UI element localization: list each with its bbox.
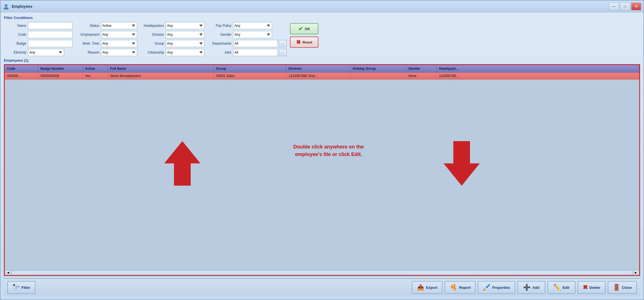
employment-select[interactable]: Any	[101, 31, 137, 38]
filter-row-reason: Reason Any	[77, 49, 137, 56]
report-button[interactable]: 🍕 Report	[445, 281, 476, 294]
th-group: Group	[214, 65, 286, 72]
minimize-button[interactable]: —	[609, 3, 619, 10]
filter-row-code: Code	[4, 31, 72, 38]
instruction-text: Double click anywhere on theemployee's f…	[284, 143, 373, 158]
employment-label: Employment	[77, 33, 99, 37]
filter-row-work-time: Work. Time Any	[77, 40, 137, 47]
code-input[interactable]	[28, 31, 72, 38]
properties-button[interactable]: 🖌️ Properties	[478, 281, 515, 294]
departments-input[interactable]	[233, 40, 278, 47]
th-division: Division	[286, 65, 350, 72]
arrow-area: Double click anywhere on theemployee's f…	[5, 80, 639, 267]
filter-col-2: Status Active Inactive Any Employment An…	[77, 22, 137, 56]
td-full-name: Steve Mcwallyburton	[108, 73, 214, 79]
jobs-input-area: ...	[233, 49, 287, 56]
filter-row-pay-policy: Pay Policy Any	[209, 22, 287, 29]
svg-marker-3	[444, 141, 480, 186]
filter-row-badge: Badge	[4, 40, 72, 47]
departments-browse-button[interactable]: ...	[279, 40, 287, 47]
export-button[interactable]: 📤 Export	[412, 281, 442, 294]
filter-row-citizenship: Citizenship Any	[142, 49, 205, 56]
reset-button[interactable]: ✖ Reset	[290, 37, 318, 48]
ok-check-icon: ✔	[298, 25, 303, 32]
th-badge-number: Badge Number	[38, 65, 83, 72]
title-bar-buttons: — □ ✕	[609, 3, 641, 10]
ethnicity-select[interactable]: Any	[28, 49, 64, 56]
filter-col-4-area: Pay Policy Any Gender Any De	[209, 22, 640, 56]
report-icon: 🍕	[450, 284, 457, 291]
scroll-track[interactable]	[11, 270, 633, 275]
export-label: Export	[426, 285, 437, 290]
th-holiday-group: Holiday Group	[350, 65, 406, 72]
add-label: Add	[532, 285, 539, 290]
maximize-button[interactable]: □	[620, 3, 630, 10]
table-header: Code Badge Number Active Full Name Group…	[5, 65, 639, 73]
reason-label: Reason	[77, 51, 99, 54]
close-button[interactable]: 🚪 Close	[608, 281, 637, 294]
filter-row-employment: Employment Any	[77, 31, 137, 38]
down-arrow	[444, 141, 480, 186]
division-select[interactable]: Any	[166, 31, 205, 38]
filter-row-ethnicity: Ethnicity Any	[4, 49, 72, 56]
delete-button[interactable]: ✖ Delete	[578, 281, 606, 294]
td-division: 1234567890 Testi...	[286, 73, 350, 79]
ok-label: OK	[305, 27, 310, 31]
filter-row-jobs: Jobs ...	[209, 49, 287, 56]
close-icon: 🚪	[613, 284, 620, 291]
window-title: Employees	[12, 4, 32, 9]
citizenship-select[interactable]: Any	[166, 49, 205, 56]
properties-label: Properties	[492, 285, 510, 290]
td-active: Yes	[83, 73, 108, 79]
ok-button[interactable]: ✔ OK	[290, 23, 318, 34]
add-button[interactable]: ➕ Add	[517, 281, 545, 294]
filter-section: Filter Conditions Name Code Badge	[4, 16, 640, 56]
close-window-button[interactable]: ✕	[631, 3, 641, 10]
filter-icon: 🔭	[12, 284, 20, 291]
title-bar-left: Employees	[3, 3, 32, 10]
th-full-name: Full Name	[108, 65, 214, 72]
table-body: 000000... 0000000009 Yes Steve Mcwallybu…	[5, 73, 639, 270]
td-gender: None	[406, 73, 437, 79]
edit-button[interactable]: ✏️ Edit	[548, 281, 575, 294]
badge-input[interactable]	[28, 40, 72, 47]
citizenship-label: Citizenship	[142, 51, 164, 54]
filter-row-division: Division Any	[142, 31, 205, 38]
pay-policy-select[interactable]: Any	[233, 22, 272, 29]
scroll-right-button[interactable]: ▶	[633, 270, 639, 275]
employees-table-container: Code Badge Number Active Full Name Group…	[4, 64, 640, 276]
th-code: Code	[5, 65, 38, 72]
reason-select[interactable]: Any	[101, 49, 137, 56]
gender-select[interactable]: Any	[233, 31, 272, 38]
jobs-browse-button[interactable]: ...	[279, 49, 287, 56]
title-bar: Employees — □ ✕	[1, 1, 643, 12]
work-time-select[interactable]: Any	[101, 40, 137, 47]
group-select[interactable]: Any	[166, 40, 205, 47]
add-icon: ➕	[523, 284, 531, 291]
filter-row-headquarters: Headquarters Any	[142, 22, 205, 29]
td-holiday-group	[350, 73, 406, 79]
name-input[interactable]	[28, 22, 72, 29]
td-badge-number: 0000000009	[38, 73, 83, 79]
close-label: Close	[622, 285, 632, 290]
up-arrow	[164, 141, 200, 186]
jobs-input[interactable]	[233, 49, 278, 56]
headquarters-select[interactable]: Any	[166, 22, 205, 29]
gender-label: Gender	[209, 33, 231, 37]
work-time-label: Work. Time	[77, 42, 99, 45]
filter-row-group: Group Any	[142, 40, 205, 47]
svg-marker-2	[164, 141, 200, 186]
ok-reset-area: ✔ OK ✖ Reset	[290, 22, 318, 48]
svg-point-1	[4, 7, 9, 9]
table-row[interactable]: 000000... 0000000009 Yes Steve Mcwallybu…	[5, 73, 639, 80]
td-group: 00001 Sales	[214, 73, 286, 79]
edit-icon: ✏️	[553, 284, 561, 291]
th-gender: Gender	[406, 65, 437, 72]
status-select[interactable]: Active Inactive Any	[101, 22, 137, 29]
group-label: Group	[142, 42, 164, 45]
properties-icon: 🖌️	[483, 284, 490, 291]
filter-button[interactable]: 🔭 Filter	[7, 281, 35, 294]
scroll-left-button[interactable]: ◀	[5, 270, 11, 275]
filter-row-gender: Gender Any	[209, 31, 287, 38]
reset-x-icon: ✖	[296, 39, 301, 45]
